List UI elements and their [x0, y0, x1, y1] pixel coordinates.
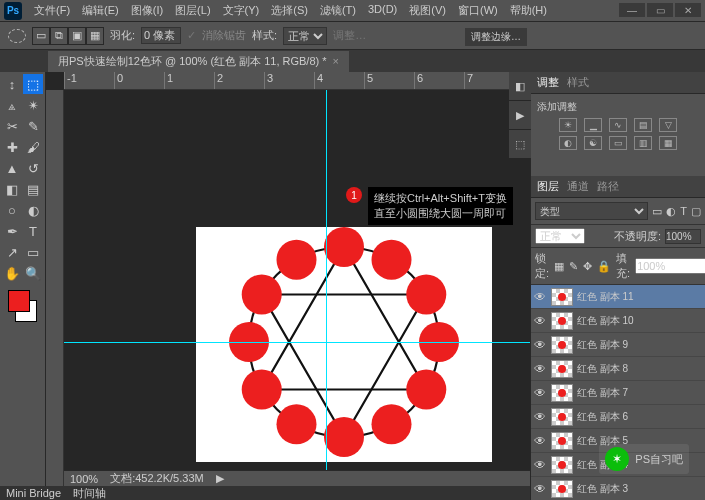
document-tab[interactable]: 用PS快速绘制12色环 @ 100% (红色 副本 11, RGB/8) * × [48, 51, 349, 72]
guide-horizontal[interactable] [64, 342, 530, 343]
filter-icon[interactable]: ▭ [652, 205, 662, 218]
adj-levels-icon[interactable]: ▁ [584, 118, 602, 132]
dodge-tool[interactable]: ◐ [23, 200, 43, 220]
type-tool[interactable]: T [23, 221, 43, 241]
menu-item[interactable]: 图层(L) [169, 3, 216, 18]
menu-item[interactable]: 视图(V) [403, 3, 452, 18]
filter-icon[interactable]: ▢ [691, 205, 701, 218]
visibility-icon[interactable]: 👁 [533, 362, 547, 376]
close-tab-icon[interactable]: × [333, 55, 339, 67]
layer-row[interactable]: 👁红色 副本 6 [531, 405, 705, 429]
eraser-tool[interactable]: ◧ [2, 179, 22, 199]
lasso-tool[interactable]: ⟁ [2, 95, 22, 115]
timeline-tab[interactable]: 时间轴 [73, 486, 106, 501]
visibility-icon[interactable]: 👁 [533, 314, 547, 328]
lock-all-icon[interactable]: 🔒 [597, 260, 611, 273]
zoom-tool[interactable]: 🔍 [23, 263, 43, 283]
sel-int[interactable]: ▦ [86, 27, 104, 45]
gradient-tool[interactable]: ▤ [23, 179, 43, 199]
fill-input[interactable] [635, 258, 705, 274]
marquee-tool[interactable]: ⬚ [23, 74, 43, 94]
tab-paths[interactable]: 路径 [597, 179, 619, 194]
visibility-icon[interactable]: 👁 [533, 386, 547, 400]
play-icon[interactable]: ▶ [509, 101, 531, 129]
adj-lookup-icon[interactable]: ▦ [659, 136, 677, 150]
layer-row[interactable]: 👁红色 副本 3 [531, 477, 705, 500]
adj-brightness-icon[interactable]: ☀ [559, 118, 577, 132]
sel-new[interactable]: ▭ [32, 27, 50, 45]
adj-vibrance-icon[interactable]: ▽ [659, 118, 677, 132]
zoom-level[interactable]: 100% [70, 473, 98, 485]
menu-item[interactable]: 图像(I) [125, 3, 169, 18]
filter-kind[interactable]: 类型 [535, 202, 648, 220]
visibility-icon[interactable]: 👁 [533, 482, 547, 496]
sel-sub[interactable]: ▣ [68, 27, 86, 45]
layer-row[interactable]: 👁红色 副本 11 [531, 285, 705, 309]
filter-icon[interactable]: T [680, 205, 687, 217]
history-brush-tool[interactable]: ↺ [23, 158, 43, 178]
doc-size: 文档:452.2K/5.33M [110, 471, 204, 486]
close-button[interactable]: ✕ [675, 3, 701, 17]
layer-row[interactable]: 👁红色 副本 9 [531, 333, 705, 357]
brush-tool[interactable]: 🖌 [23, 137, 43, 157]
layer-row[interactable]: 👁红色 副本 7 [531, 381, 705, 405]
svg-point-7 [406, 370, 446, 410]
crop-tool[interactable]: ✂ [2, 116, 22, 136]
visibility-icon[interactable]: 👁 [533, 410, 547, 424]
menu-item[interactable]: 文字(Y) [217, 3, 266, 18]
history-panel-icon[interactable]: ◧ [509, 72, 531, 100]
menu-item[interactable]: 选择(S) [265, 3, 314, 18]
sel-add[interactable]: ⧉ [50, 27, 68, 45]
maximize-button[interactable]: ▭ [647, 3, 673, 17]
style-select[interactable]: 正常 [283, 27, 327, 45]
opacity-input[interactable] [665, 229, 701, 244]
visibility-icon[interactable]: 👁 [533, 458, 547, 472]
menu-item[interactable]: 3D(D) [362, 3, 403, 18]
visibility-icon[interactable]: 👁 [533, 338, 547, 352]
layer-thumb [551, 384, 573, 402]
mini-bridge-tab[interactable]: Mini Bridge [6, 487, 61, 499]
guide-vertical[interactable] [326, 90, 327, 486]
canvas[interactable] [196, 227, 492, 462]
tab-adjustments[interactable]: 调整 [537, 75, 559, 90]
collapsed-panel-label[interactable]: 调整边缘… [465, 28, 527, 46]
tab-layers[interactable]: 图层 [537, 179, 559, 194]
shape-tool[interactable]: ▭ [23, 242, 43, 262]
props-panel-icon[interactable]: ⬚ [509, 130, 531, 158]
window-controls: — ▭ ✕ [619, 3, 701, 17]
layer-row[interactable]: 👁红色 副本 8 [531, 357, 705, 381]
lock-paint-icon[interactable]: ✎ [569, 260, 578, 273]
feather-input[interactable] [141, 27, 181, 44]
lock-move-icon[interactable]: ✥ [583, 260, 592, 273]
adj-exposure-icon[interactable]: ▤ [634, 118, 652, 132]
filter-icon[interactable]: ◐ [666, 205, 676, 218]
move-tool[interactable]: ↕ [2, 74, 22, 94]
menu-item[interactable]: 编辑(E) [76, 3, 125, 18]
visibility-icon[interactable]: 👁 [533, 290, 547, 304]
menu-item[interactable]: 滤镜(T) [314, 3, 362, 18]
adj-hue-icon[interactable]: ◐ [559, 136, 577, 150]
tab-channels[interactable]: 通道 [567, 179, 589, 194]
adj-mixer-icon[interactable]: ▥ [634, 136, 652, 150]
menu-item[interactable]: 文件(F) [28, 3, 76, 18]
hand-tool[interactable]: ✋ [2, 263, 22, 283]
eyedropper-tool[interactable]: ✎ [23, 116, 43, 136]
blend-mode[interactable]: 正常 [535, 228, 585, 244]
blur-tool[interactable]: ○ [2, 200, 22, 220]
adj-curves-icon[interactable]: ∿ [609, 118, 627, 132]
tab-styles[interactable]: 样式 [567, 75, 589, 90]
adj-bw-icon[interactable]: ☯ [584, 136, 602, 150]
color-swatch[interactable] [8, 290, 37, 322]
wand-tool[interactable]: ✴ [23, 95, 43, 115]
lock-pixels-icon[interactable]: ▦ [554, 260, 564, 273]
menu-item[interactable]: 帮助(H) [504, 3, 553, 18]
adj-photo-icon[interactable]: ▭ [609, 136, 627, 150]
stamp-tool[interactable]: ▲ [2, 158, 22, 178]
minimize-button[interactable]: — [619, 3, 645, 17]
pen-tool[interactable]: ✒ [2, 221, 22, 241]
menu-item[interactable]: 窗口(W) [452, 3, 504, 18]
layer-row[interactable]: 👁红色 副本 10 [531, 309, 705, 333]
path-tool[interactable]: ↗ [2, 242, 22, 262]
healing-tool[interactable]: ✚ [2, 137, 22, 157]
visibility-icon[interactable]: 👁 [533, 434, 547, 448]
